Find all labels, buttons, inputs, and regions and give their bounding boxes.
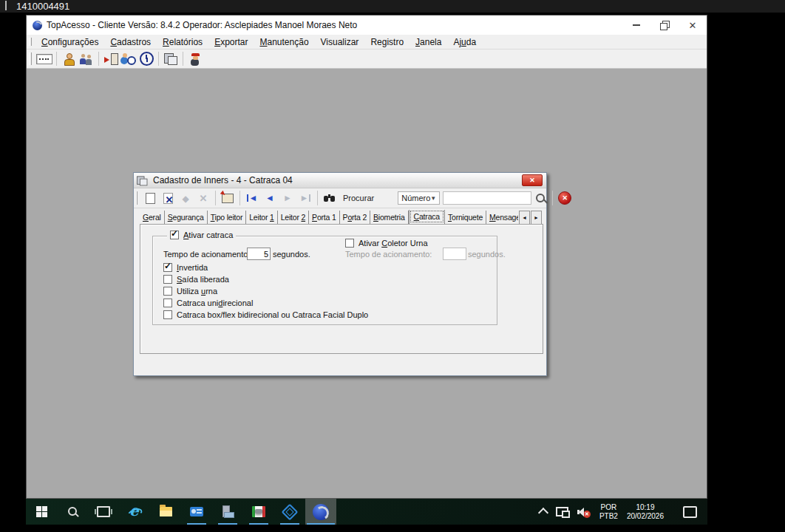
checkbox-box[interactable] <box>163 287 172 296</box>
checkbox-utiliza-urna[interactable]: Utiliza urna <box>163 286 368 296</box>
internet-explorer-button[interactable] <box>119 499 150 525</box>
user-red-hat-button[interactable] <box>186 51 204 67</box>
close-button[interactable] <box>679 16 707 35</box>
tab-tipo-leitor[interactable]: Tipo leitor <box>208 211 247 224</box>
language-top: POR <box>601 503 617 512</box>
checkbox-box[interactable] <box>163 275 172 284</box>
find-button[interactable] <box>321 190 339 206</box>
checkbox-ativar-coletor-urna[interactable]: Ativar Coletor Urna <box>345 238 428 248</box>
previous-record-button[interactable] <box>261 190 279 206</box>
start-button[interactable] <box>26 499 57 525</box>
topacesso-app-icon <box>313 504 329 520</box>
checkbox-box[interactable] <box>345 239 354 248</box>
restore-button[interactable] <box>650 16 679 35</box>
menu-item-manutencao[interactable]: Manutenção <box>254 35 315 49</box>
menu-item-configuracoes[interactable]: Configurações <box>35 35 104 49</box>
tab-seguranca[interactable]: Segurança <box>165 211 208 224</box>
menu-item-exportar[interactable]: Exportar <box>208 35 254 49</box>
tab-porta-1[interactable]: Porta 1 <box>309 211 339 224</box>
checkbox-box[interactable] <box>163 263 172 272</box>
confirm-button[interactable] <box>177 190 194 206</box>
language-indicator[interactable]: POR PTB2 <box>599 503 618 521</box>
checkbox-ativar-catraca[interactable]: Ativar catraca <box>167 231 236 239</box>
search-button[interactable] <box>57 499 88 525</box>
photo-app-button[interactable] <box>243 499 274 525</box>
menu-item-cadastros[interactable]: Cadastros <box>104 35 157 49</box>
save-button[interactable] <box>219 190 237 206</box>
toolbar-grip[interactable] <box>29 52 32 65</box>
display-counter-icon <box>36 54 52 64</box>
volume-muted-icon[interactable]: ✕ <box>577 507 591 517</box>
overlay-id: 1410004491 <box>16 0 69 13</box>
network-icon[interactable] <box>556 507 568 516</box>
dialog-titlebar[interactable]: Cadastro de Inners - 4 - Catraca 04 <box>134 173 546 188</box>
cards-button[interactable] <box>162 51 180 67</box>
clock-icon <box>140 52 154 66</box>
magnifier-button[interactable] <box>531 190 549 206</box>
tab-biometria[interactable]: Biometria <box>370 211 409 224</box>
topacesso-app-button[interactable] <box>305 499 336 525</box>
app-titlebar[interactable]: TopAcesso - Cliente Versão: 8.4.2 Operad… <box>27 16 707 35</box>
menu-item-janela[interactable]: Janela <box>410 35 447 49</box>
right-time-input[interactable] <box>443 248 466 260</box>
user-clock-button[interactable] <box>120 51 137 67</box>
start-icon <box>36 506 47 517</box>
magnifier-icon <box>536 194 545 202</box>
checkbox-saida-liberada[interactable]: Saída liberada <box>163 274 368 284</box>
photo-app-icon <box>252 506 265 517</box>
new-record-button[interactable] <box>141 190 159 206</box>
save-icon <box>222 194 234 203</box>
left-time-input[interactable] <box>247 248 271 260</box>
display-counter-button[interactable] <box>35 51 53 67</box>
file-explorer-button[interactable] <box>150 499 181 525</box>
minimize-button[interactable] <box>622 16 650 35</box>
tab-porta-2[interactable]: Porta 2 <box>340 211 370 224</box>
last-record-button[interactable] <box>296 190 314 206</box>
exit-door-button[interactable] <box>102 51 120 67</box>
tab-leitor-2[interactable]: Leitor 2 <box>278 211 309 224</box>
cube-app-button[interactable] <box>274 499 305 525</box>
user-button[interactable] <box>60 51 78 67</box>
edit-record-icon <box>163 193 173 204</box>
checkbox-catraca-box-flex-bidirecional-ou-catraca-facial-duplo[interactable]: Catraca box/flex bidirecional ou Catraca… <box>163 310 368 319</box>
menu-item-registro[interactable]: Registro <box>364 35 410 49</box>
notification-center-icon[interactable] <box>683 506 697 518</box>
checkbox-box[interactable] <box>170 231 179 239</box>
next-record-button[interactable] <box>279 190 296 206</box>
checkbox-box[interactable] <box>163 299 172 307</box>
checkbox-box[interactable] <box>163 310 172 319</box>
menu-item-relatorios[interactable]: Relatórios <box>157 35 208 49</box>
card-app-button[interactable] <box>181 499 212 525</box>
checkbox-label: Catraca unidirecional <box>177 299 253 307</box>
first-record-button[interactable] <box>243 190 261 206</box>
search-input[interactable] <box>443 191 531 205</box>
menubar-grip[interactable] <box>29 38 32 46</box>
tab-scroll-right-button[interactable]: ► <box>531 211 542 225</box>
search-by-combobox[interactable]: Número ▼ <box>398 191 440 205</box>
tray-chevron-up-icon[interactable] <box>538 508 548 518</box>
checkbox-catraca-unidirecional[interactable]: Catraca unidirecional <box>163 298 368 307</box>
search-icon <box>67 506 78 517</box>
system-app-button[interactable] <box>212 499 243 525</box>
dialog-close-button[interactable] <box>522 174 543 186</box>
users-button[interactable] <box>78 51 95 67</box>
system-app-icon <box>221 505 234 518</box>
menu-item-visualizar[interactable]: Visualizar <box>315 35 365 49</box>
menu-item-ajuda[interactable]: Ajuda <box>447 35 482 49</box>
task-view-button[interactable] <box>88 499 119 525</box>
clock-button[interactable] <box>137 51 155 67</box>
checkbox-invertida[interactable]: Invertida <box>163 262 368 272</box>
tab-leitor-1[interactable]: Leitor 1 <box>246 211 277 224</box>
desktop: 1410004491 TopAcesso - Cliente Versão: 8… <box>0 0 785 532</box>
edit-record-button[interactable] <box>159 190 177 206</box>
tab-catraca[interactable]: Catraca <box>409 210 445 224</box>
tab-scroll-left-button[interactable]: ◄ <box>519 211 530 225</box>
taskbar: ✕ POR PTB2 10:19 20/02/2026 <box>26 499 707 525</box>
dialog-toolbar-grip[interactable] <box>136 191 137 205</box>
tab-geral[interactable]: Geral <box>140 211 165 224</box>
dialog-exit-button[interactable] <box>556 190 574 206</box>
tab-torniquete[interactable]: Torniquete <box>445 211 486 224</box>
new-record-icon <box>146 193 155 204</box>
clock-indicator[interactable]: 10:19 20/02/2026 <box>627 503 664 521</box>
cancel-button[interactable] <box>194 190 212 206</box>
